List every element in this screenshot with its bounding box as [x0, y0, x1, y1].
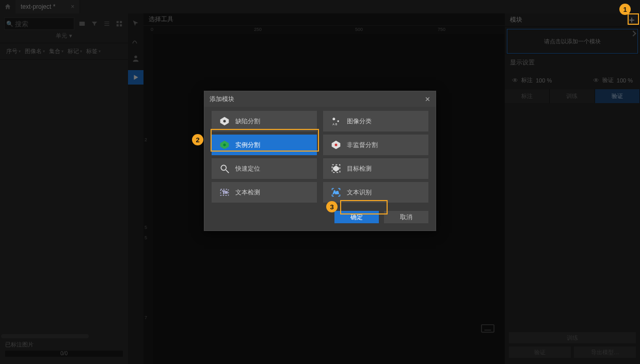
svg-point-25 — [221, 165, 226, 170]
module-fast-loc[interactable]: 快速定位 — [212, 158, 317, 179]
fast-loc-icon — [219, 163, 230, 174]
module-image-cls[interactable]: A B 图像分类 — [323, 111, 428, 131]
svg-point-22 — [223, 144, 226, 146]
image-cls-icon: A B — [330, 115, 342, 127]
module-text-det[interactable]: T≡ 文本检测 — [212, 182, 317, 203]
svg-text:T≡: T≡ — [222, 190, 228, 195]
svg-marker-28 — [333, 166, 339, 171]
unsup-seg-icon — [330, 139, 342, 151]
svg-point-24 — [335, 144, 338, 146]
callout-3: 3 — [326, 201, 338, 212]
ok-button[interactable]: 确定 — [334, 211, 379, 223]
module-instance-seg[interactable]: 实例分割 — [212, 135, 317, 155]
dialog-title: 添加模块 — [210, 95, 234, 104]
cancel-button[interactable]: 取消 — [384, 211, 428, 223]
obj-det-icon — [330, 163, 342, 174]
svg-point-17 — [223, 120, 226, 123]
callout-1: 1 — [619, 4, 631, 15]
instance-seg-icon — [219, 139, 230, 151]
svg-text:Aa: Aa — [333, 190, 339, 195]
add-module-dialog: 添加模块 ✕ 缺陷分割 A B 图像分类 实例分割 非监督分割 — [204, 91, 436, 231]
module-unsup-seg[interactable]: 非监督分割 — [323, 135, 428, 155]
svg-line-26 — [226, 170, 229, 173]
text-rec-icon: Aa — [330, 187, 342, 198]
module-obj-det[interactable]: 目标检测 — [323, 158, 428, 179]
callout-2: 2 — [192, 134, 203, 145]
module-text-rec[interactable]: Aa 文本识别 — [323, 182, 428, 203]
svg-point-18 — [332, 118, 335, 120]
module-defect-seg[interactable]: 缺陷分割 — [212, 111, 317, 131]
svg-text:A B: A B — [332, 123, 337, 126]
svg-point-19 — [338, 120, 339, 122]
close-icon[interactable]: ✕ — [425, 95, 430, 103]
defect-seg-icon — [219, 115, 230, 127]
text-det-icon: T≡ — [219, 187, 230, 198]
